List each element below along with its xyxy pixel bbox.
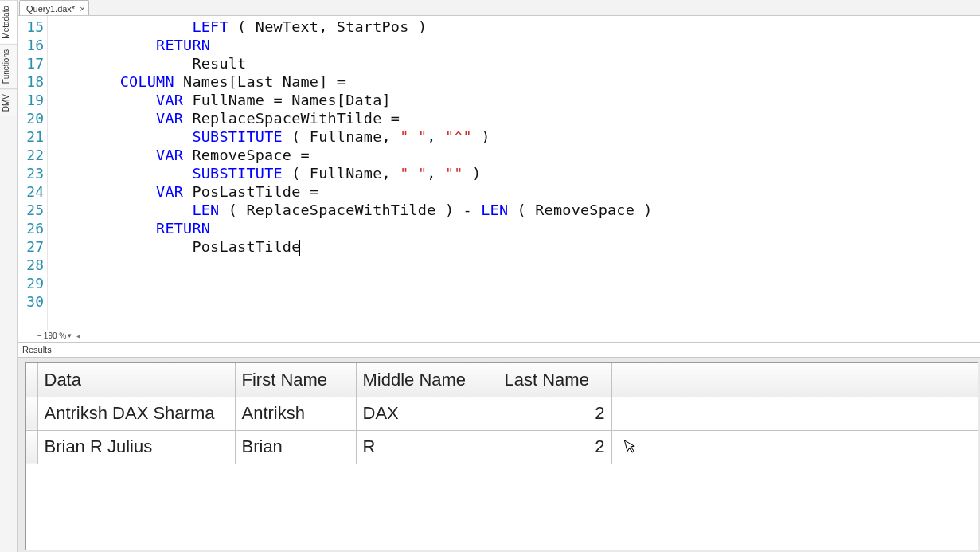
- line-number: 15: [18, 18, 47, 36]
- line-number: 30: [18, 292, 47, 311]
- header-row: Data First Name Middle Name Last Name: [26, 363, 978, 397]
- cell-blank: [611, 397, 978, 430]
- grid-empty-area: [26, 464, 978, 497]
- code-editor[interactable]: 15 16 17 18 19 20 21 22 23 24 25 26 27 2…: [18, 16, 980, 343]
- cell-last-name[interactable]: 2: [498, 430, 611, 464]
- line-number: 20: [18, 109, 47, 127]
- results-tab[interactable]: Results: [18, 343, 980, 358]
- row-header: [26, 397, 37, 430]
- line-number: 28: [18, 256, 47, 274]
- cell-blank: [611, 430, 978, 464]
- col-header-first-name[interactable]: First Name: [235, 363, 356, 397]
- document-tabstrip: Query1.dax* ×: [18, 0, 980, 16]
- chevron-down-icon[interactable]: ▾: [68, 331, 72, 339]
- document-tab-query1[interactable]: Query1.dax* ×: [19, 0, 89, 15]
- line-number: 19: [18, 91, 47, 109]
- results-grid[interactable]: Data First Name Middle Name Last Name An…: [25, 362, 978, 550]
- text-caret: [299, 240, 300, 256]
- col-header-middle-name[interactable]: Middle Name: [356, 363, 498, 397]
- cell-data[interactable]: Brian R Julius: [37, 430, 235, 464]
- line-number: 26: [18, 219, 47, 237]
- code-body[interactable]: LEFT ( NewText, StartPos ) RETURN Result…: [48, 16, 980, 342]
- line-number: 23: [18, 164, 47, 182]
- line-number: 24: [18, 182, 47, 201]
- col-header-blank: [611, 363, 978, 397]
- grid-corner: [26, 363, 37, 397]
- side-tab-functions[interactable]: Functions: [0, 44, 17, 88]
- line-number: 22: [18, 146, 47, 164]
- line-number: 29: [18, 274, 47, 292]
- col-header-data[interactable]: Data: [37, 363, 235, 397]
- results-panel: Results: [18, 343, 980, 552]
- cell-last-name[interactable]: 2: [498, 397, 611, 430]
- cell-data[interactable]: Antriksh DAX Sharma: [37, 397, 235, 430]
- side-tab-metadata[interactable]: Metadata: [0, 0, 17, 44]
- line-number: 27: [18, 237, 47, 256]
- document-tab-title: Query1.dax*: [26, 4, 75, 14]
- cell-first-name[interactable]: Antriksh: [235, 397, 356, 430]
- line-number: 21: [18, 127, 47, 146]
- line-number: 25: [18, 201, 47, 219]
- close-icon[interactable]: ×: [80, 4, 84, 14]
- side-tab-dmv[interactable]: DMV: [0, 88, 17, 116]
- line-number: 17: [18, 54, 47, 72]
- table-row[interactable]: Brian R Julius Brian R 2: [26, 430, 978, 464]
- line-number-gutter: 15 16 17 18 19 20 21 22 23 24 25 26 27 2…: [18, 16, 48, 342]
- code-text[interactable]: LEFT ( NewText, StartPos ) RETURN Result…: [48, 18, 980, 311]
- cell-middle-name[interactable]: DAX: [356, 397, 498, 430]
- zoom-value: 190 %: [44, 331, 66, 340]
- scroll-left-icon[interactable]: ◂: [76, 331, 80, 340]
- side-tab-strip: Metadata Functions DMV: [0, 0, 18, 552]
- cell-first-name[interactable]: Brian: [235, 430, 356, 464]
- cell-middle-name[interactable]: R: [356, 430, 498, 464]
- line-number: 16: [18, 36, 47, 54]
- table-row[interactable]: Antriksh DAX Sharma Antriksh DAX 2: [26, 397, 978, 430]
- col-header-last-name[interactable]: Last Name: [498, 363, 611, 397]
- zoom-minus-icon[interactable]: −: [37, 331, 42, 340]
- row-header: [26, 430, 37, 464]
- zoom-indicator[interactable]: − 190 % ▾ ◂: [35, 330, 83, 341]
- line-number: 18: [18, 72, 47, 91]
